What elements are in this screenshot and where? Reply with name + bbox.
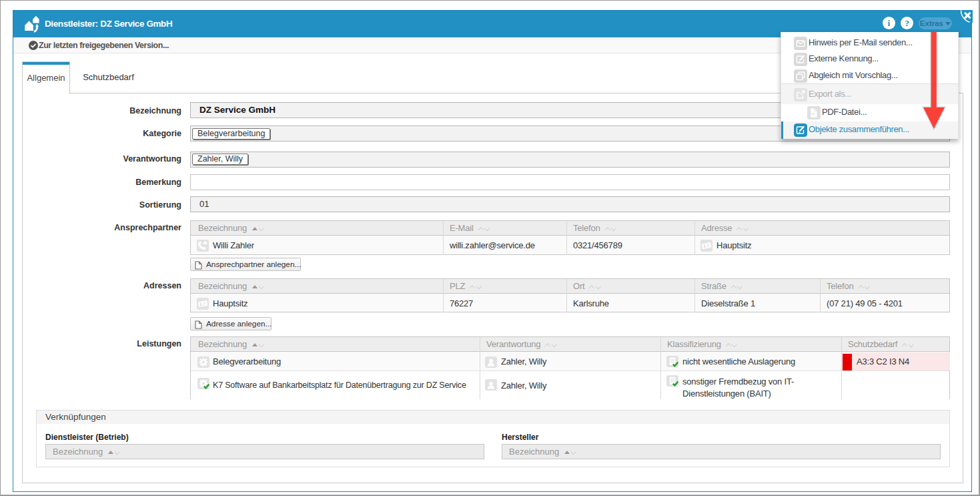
svg-text:P: P (812, 112, 815, 116)
